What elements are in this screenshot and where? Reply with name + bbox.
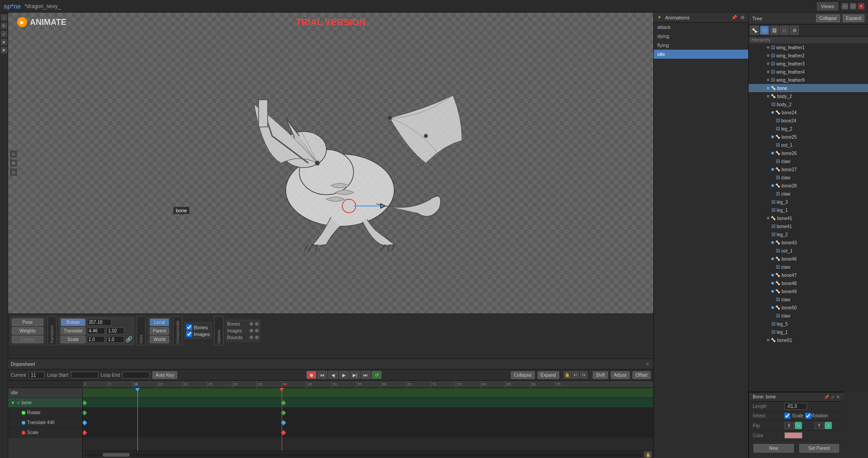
keyframe-translate-0[interactable] [83,420,87,425]
inherit-rotation-checkbox[interactable] [805,413,811,419]
tree-bone43[interactable]: 🦴 bone43 [749,238,868,247]
play-button[interactable]: ▶ [339,371,349,379]
bottom-scrollbar[interactable]: 🔒 [83,451,653,458]
collapse-tracks-button[interactable]: Collapse [511,371,535,379]
color-swatch[interactable] [784,432,802,439]
bones-dot-1[interactable] [250,322,253,326]
tree-content[interactable]: 🖼 wing_feather1 🖼 wing_feather2 🖼 wing_f… [749,43,868,392]
tree-leg1-2[interactable]: 🖼 leg_1 [749,328,868,336]
pan-tool-icon[interactable]: ✥ [1,47,7,53]
tree-tool-4[interactable]: □ [780,26,789,35]
close-button[interactable]: ✕ [858,3,864,9]
tree-claw-1[interactable]: 🖼 claw [749,157,868,165]
tree-bone51[interactable]: 🦴 bone51 [749,336,868,344]
tree-body2-img[interactable]: 🖼 body_2 [749,100,868,108]
scroll-thumb[interactable] [103,453,130,457]
goto-start-button[interactable]: ⏮ [317,371,327,379]
scale-y[interactable]: 1.0 [106,336,124,343]
tree-body2-bone[interactable]: 🦴 body_2 [749,92,868,100]
flip-x-button[interactable]: X [784,422,794,429]
props-pin-icon[interactable]: 📌 [824,395,829,399]
tree-leg3[interactable]: 🖼 leg_3 [749,198,868,206]
translate-y[interactable]: 1.02 [106,327,124,334]
move-tool-icon[interactable]: ↕ [1,14,7,21]
anim-flying[interactable]: flying [654,41,748,50]
rotate-tool-icon[interactable]: ↻ [1,23,7,29]
adjust-button[interactable]: Adjust [611,371,630,379]
tree-bone46[interactable]: 🦴 bone46 [749,255,868,263]
timeline-content[interactable]: 0 5 10 11 15 20 25 30 35 40 45 50 55 60 [83,381,653,458]
keyframe-rotate-0[interactable] [83,410,87,415]
maximize-button[interactable]: □ [850,3,856,9]
images-dot-1[interactable] [250,329,253,332]
tree-wing-feather9[interactable]: 🖼 wing_feather9 [749,76,868,84]
tree-bone28[interactable]: 🦴 bone28 [749,182,868,190]
props-expand-icon[interactable]: ⤢ [831,395,835,399]
tree-claw-6[interactable]: 🖼 claw [749,312,868,320]
bones-dot-2[interactable] [255,322,259,326]
length-input[interactable]: -01.3 [784,403,807,410]
viewport[interactable]: ▶ ANIMATE TRIAL VERSION [8,13,653,313]
anim-attack[interactable]: attack [654,23,748,32]
set-parent-button[interactable]: Set Parent [799,444,840,453]
images-checkbox[interactable] [186,331,192,337]
pose-button[interactable]: Pose [12,318,43,326]
tree-wing-feather4[interactable]: 🖼 wing_feather4 [749,68,868,76]
tree-claw-2[interactable]: 🖼 claw [749,173,868,182]
translate-x[interactable]: 4.46 [87,327,105,334]
vp-icon-1[interactable]: ⊙ [10,150,17,158]
keyframe-bone-0[interactable] [83,400,87,405]
scale-toggle[interactable]: Scale [61,336,85,343]
views-button[interactable]: Views [817,2,838,10]
tree-wing-feather1[interactable]: 🖼 wing_feather1 [749,43,868,51]
next-frame-button[interactable]: ▶| [350,371,360,379]
bone-collapse-icon[interactable]: ▼ [11,401,15,405]
tree-bone48[interactable]: 🦴 bone48 [749,279,868,287]
redo-icon[interactable]: ↪ [580,371,587,379]
parent-button[interactable]: Parent [150,327,169,335]
scale-tool-icon[interactable]: ⤢ [1,31,7,37]
bones-checkbox[interactable] [186,324,192,330]
goto-end-button[interactable]: ⏭ [361,371,371,379]
tree-tool-1[interactable]: 🦴 [750,26,759,35]
minimize-button[interactable]: — [842,3,848,9]
tree-leg5[interactable]: 🖼 leg_5 [749,320,868,328]
vp-icon-2[interactable]: ⊞ [10,159,17,167]
undo-icon[interactable]: ↩ [572,371,579,379]
rotate-value[interactable]: 357.18 [87,319,112,326]
flip-y-toggle[interactable]: ↕ [825,422,832,429]
tree-oot1-2[interactable]: 🖼 oot_1 [749,247,868,255]
tree-bone24[interactable]: 🦴 bone24 [749,108,868,117]
record-button[interactable]: ⏺ [307,371,316,379]
tree-bone[interactable]: 🦴 bone [749,84,868,92]
tree-leg2[interactable]: 🖼 leg_2 [749,125,868,133]
offset-button[interactable]: Offset [632,371,651,379]
tree-wing-feather3[interactable]: 🖼 wing_feather3 [749,60,868,68]
blue-playhead[interactable] [137,388,138,451]
loop-start-input[interactable] [71,372,98,379]
tree-bone27[interactable]: 🦴 bone27 [749,165,868,173]
dragon-canvas[interactable] [53,26,608,300]
bone-timeline-track[interactable] [83,398,653,408]
lock-icon[interactable]: 🔒 [564,371,571,379]
tree-tool-3[interactable]: 🖼 [770,26,779,35]
anim-idle[interactable]: idle [654,50,748,59]
tree-claw-3[interactable]: 🖼 claw [749,190,868,198]
tree-bone49[interactable]: 🦴 bone49 [749,287,868,295]
loop-end-input[interactable] [123,372,150,379]
zoom-tool-icon[interactable]: ⊕ [1,39,7,45]
lock-scroll-icon[interactable]: 🔒 [644,451,651,458]
tree-expand-button[interactable]: Expand [843,14,864,22]
scroll-track[interactable] [85,453,642,457]
local-button[interactable]: Local [150,318,169,326]
timeline-ruler[interactable]: 0 5 10 11 15 20 25 30 35 40 45 50 55 60 [83,381,653,388]
keyframe-scale-0[interactable] [83,430,87,435]
bounds-dot-1[interactable] [250,336,253,339]
scale-link-icon[interactable]: 🔗 [126,336,132,342]
auto-key-button[interactable]: Auto Key [152,371,177,379]
tree-bone47[interactable]: 🦴 bone47 [749,271,868,279]
tree-bone25[interactable]: 🦴 bone25 [749,133,868,141]
translate-toggle[interactable]: Translate [61,327,85,335]
tree-collapse-button[interactable]: Collapse [816,14,840,22]
tree-bone41-img[interactable]: 🖼 bone41 [749,222,868,230]
